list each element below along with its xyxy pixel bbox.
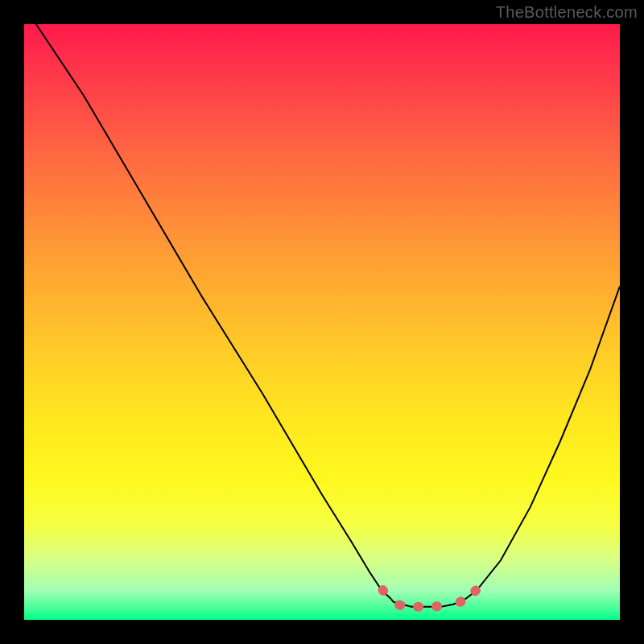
chart-frame: TheBottleneck.com bbox=[0, 0, 644, 644]
curve-left-branch bbox=[36, 24, 391, 599]
marker-right bbox=[460, 585, 482, 602]
watermark-text: TheBottleneck.com bbox=[496, 3, 638, 22]
plot-area bbox=[24, 24, 620, 620]
curve-layer bbox=[24, 24, 620, 620]
curve-right-branch bbox=[463, 287, 620, 601]
